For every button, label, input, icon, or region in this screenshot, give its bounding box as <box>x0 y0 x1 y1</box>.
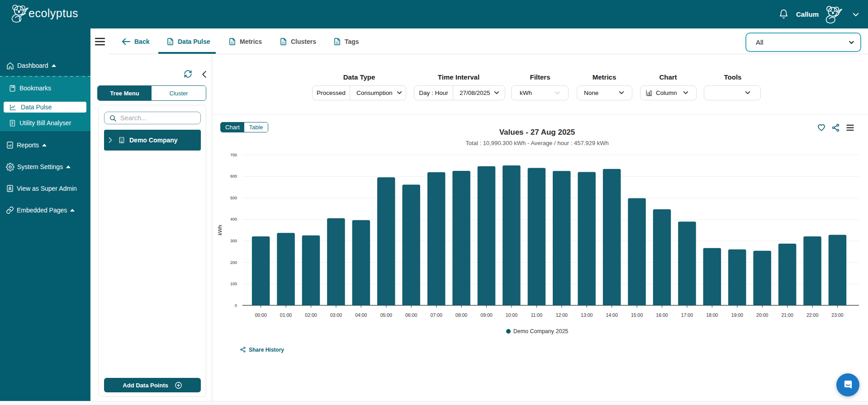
svg-text:11:00: 11:00 <box>531 312 543 318</box>
svg-text:19:00: 19:00 <box>731 312 743 318</box>
svg-text:03:00: 03:00 <box>330 312 342 318</box>
svg-text:13:00: 13:00 <box>581 312 593 318</box>
svg-text:17:00: 17:00 <box>681 312 693 318</box>
svg-text:18:00: 18:00 <box>706 312 718 318</box>
svg-text:21:00: 21:00 <box>781 312 793 318</box>
svg-text:700: 700 <box>230 153 237 157</box>
svg-text:02:00: 02:00 <box>305 312 317 318</box>
svg-text:300: 300 <box>230 239 237 243</box>
svg-text:200: 200 <box>230 260 237 265</box>
svg-text:100: 100 <box>230 282 237 286</box>
svg-text:15:00: 15:00 <box>631 312 643 318</box>
svg-text:10:00: 10:00 <box>506 312 517 318</box>
svg-text:23:00: 23:00 <box>831 312 843 318</box>
svg-text:500: 500 <box>230 196 237 200</box>
svg-text:16:00: 16:00 <box>656 312 668 318</box>
svg-text:04:00: 04:00 <box>355 312 367 318</box>
svg-text:05:00: 05:00 <box>380 312 392 318</box>
svg-text:14:00: 14:00 <box>606 312 617 318</box>
svg-text:09:00: 09:00 <box>480 312 492 318</box>
svg-text:600: 600 <box>230 174 237 179</box>
svg-text:kWh: kWh <box>217 225 223 235</box>
svg-text:06:00: 06:00 <box>405 312 417 318</box>
svg-text:00:00: 00:00 <box>255 312 266 318</box>
svg-text:01:00: 01:00 <box>280 312 292 318</box>
svg-text:08:00: 08:00 <box>455 312 467 318</box>
svg-text:400: 400 <box>230 217 237 221</box>
svg-text:0: 0 <box>235 303 237 308</box>
svg-text:07:00: 07:00 <box>430 312 442 318</box>
svg-text:20:00: 20:00 <box>756 312 768 318</box>
svg-text:22:00: 22:00 <box>806 312 818 318</box>
svg-text:12:00: 12:00 <box>556 312 568 318</box>
